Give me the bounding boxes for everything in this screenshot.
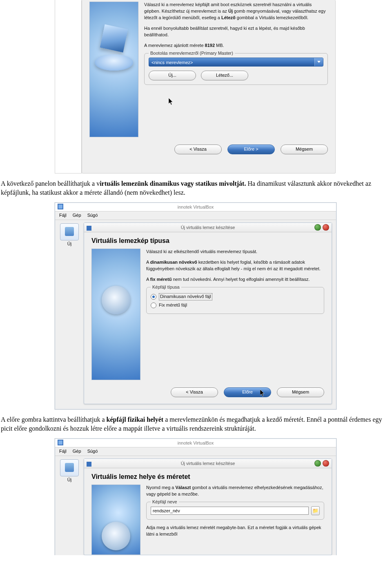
virtualbox-window-2: innotek VirtualBox Fájl Gép Súgó Új Új v… [55, 202, 336, 409]
app-toolbar: Új [55, 220, 84, 246]
boot-hd-combo[interactable]: <nincs merevlemez> [149, 58, 323, 67]
minimize-icon[interactable] [314, 460, 321, 467]
back-button[interactable]: < Vissza [171, 387, 218, 397]
dialog3-para2: Adja meg a virtuális lemez méretét megab… [146, 525, 324, 538]
app-icon [58, 204, 63, 209]
radio-dynamic-label: Dinamikusan növekvő fájl [159, 293, 212, 300]
radio-icon [151, 303, 156, 308]
cursor-icon [260, 389, 265, 397]
doc-paragraph-1: A következő panelon beállíthatjuk a virt… [0, 174, 392, 202]
menu-machine[interactable]: Gép [71, 211, 85, 218]
dialog-side-image [89, 2, 138, 137]
groupbox-legend: Képfájl neve [151, 499, 179, 505]
virtualbox-window-3: innotek VirtualBox Fájl Gép Súgó Új Új v… [55, 438, 336, 555]
dialog-title-icon [87, 460, 91, 465]
dialog-side-image [91, 485, 140, 555]
dialog2-para1: Válaszd ki az elkészítendő virtuális mer… [146, 249, 324, 255]
dialog-heading: Virtuális lemez helye és méretet [91, 473, 324, 480]
dialog-title-text: Új virtuális lemez készítése [181, 461, 235, 466]
app-title-text: innotek VirtualBox [178, 440, 214, 445]
browse-button[interactable]: 📁 [311, 506, 320, 515]
dialog-title-text: Új virtuális lemez készítése [181, 225, 235, 230]
cancel-button[interactable]: Mégsem [277, 387, 324, 397]
app-titlebar: innotek VirtualBox [55, 203, 336, 211]
svg-rect-4 [58, 440, 62, 445]
minimize-icon[interactable] [314, 224, 321, 231]
app-icon [58, 440, 63, 445]
doc-paragraph-2: A előre gombra kattintva beállíthatjuk a… [0, 409, 392, 438]
groupbox-legend: Bootolás merevlemezről (Primary Master) [149, 50, 235, 57]
svg-rect-1 [58, 205, 62, 209]
image-name-input[interactable] [151, 507, 309, 515]
dialog1-para2: Ha ennél bonyolultabb beállítást szeretn… [144, 25, 328, 38]
svg-rect-2 [87, 226, 91, 231]
groupbox-legend: Képfájl típusa [151, 284, 181, 291]
dialog1-window-partial: Válaszd ki a merevlemez képfájlt amit bo… [55, 0, 336, 174]
toolbar-new-button[interactable] [60, 459, 79, 476]
next-button[interactable]: Előre [224, 387, 271, 397]
new-button[interactable]: Új... [149, 71, 196, 80]
back-button[interactable]: < Vissza [174, 145, 222, 154]
existing-button[interactable]: Létező... [201, 71, 248, 80]
close-icon[interactable] [323, 460, 329, 467]
wizard-dialog-2: Új virtuális lemez készítése Virtuális l… [84, 222, 332, 404]
toolbar-new-button[interactable] [60, 223, 79, 240]
app-toolbar: Új [55, 456, 84, 482]
next-button[interactable]: Előre > [227, 145, 275, 154]
app-title-text: innotek VirtualBox [178, 205, 214, 209]
menu-help[interactable]: Súgó [86, 447, 101, 454]
folder-icon: 📁 [312, 507, 318, 514]
dialog1-para1: Válaszd ki a merevlemez képfájlt amit bo… [144, 2, 328, 21]
menu-machine[interactable]: Gép [71, 447, 85, 454]
toolbar-new-label: Új [55, 477, 84, 482]
menu-file[interactable]: Fájl [58, 211, 70, 218]
radio-dynamic[interactable]: Dinamikusan növekvő fájl [151, 293, 320, 300]
app-titlebar: innotek VirtualBox [55, 439, 336, 447]
image-name-groupbox: Képfájl neve 📁 [146, 502, 324, 520]
dialog2-para3: A fix méretű nem tud növekedni. Annyi he… [146, 276, 324, 283]
image-type-groupbox: Képfájl típusa Dinamikusan növekvő fájl … [146, 287, 324, 314]
radio-fixed-label: Fix méretű fájl [159, 302, 187, 309]
toolbar-new-label: Új [55, 241, 84, 246]
menubar: Fájl Gép Súgó [55, 447, 336, 456]
dialog1-para3: A merevlemez ajánlott mérete 8192 MB. [144, 42, 328, 49]
svg-rect-5 [87, 462, 91, 467]
boot-hd-groupbox: Bootolás merevlemezről (Primary Master) … [144, 53, 328, 85]
menu-help[interactable]: Súgó [86, 211, 101, 218]
cancel-button[interactable]: Mégsem [281, 145, 328, 154]
wizard-dialog-3: Új virtuális lemez készítése Virtuális l… [84, 458, 332, 555]
radio-icon [151, 294, 156, 300]
dialog-titlebar: Új virtuális lemez készítése [84, 223, 332, 232]
dialog-title-icon [87, 225, 91, 229]
dialog3-para1: Nyomd meg a Választ gombot a virtuális m… [146, 485, 324, 498]
menubar: Fájl Gép Súgó [55, 211, 336, 220]
dialog-titlebar: Új virtuális lemez készítése [84, 459, 332, 468]
radio-fixed[interactable]: Fix méretű fájl [151, 302, 320, 309]
dialog2-para2: A dinamikusan növekvő kezdetben kis hely… [146, 259, 324, 272]
menu-file[interactable]: Fájl [58, 447, 70, 454]
cursor-icon [169, 98, 174, 105]
close-icon[interactable] [323, 224, 329, 231]
dialog-side-image [91, 249, 140, 380]
combo-value: <nincs merevlemez> [151, 60, 193, 65]
dialog-heading: Virtuális lemezkép típusa [91, 237, 324, 245]
